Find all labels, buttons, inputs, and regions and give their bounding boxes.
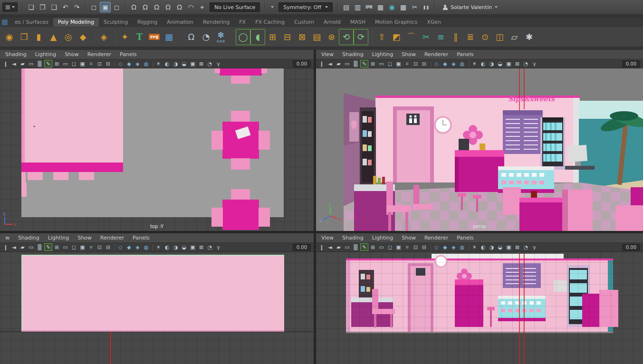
render-frame-icon[interactable]: ▥ (352, 2, 363, 12)
poly-type-icon[interactable]: T (132, 29, 147, 45)
camera-attributes-icon[interactable]: ▭ (343, 243, 351, 251)
gate-mask-icon[interactable]: ▣ (78, 60, 86, 67)
svg-tool-icon[interactable]: svg (147, 29, 162, 45)
grid-toggle-icon[interactable]: ⊞ (53, 243, 61, 251)
shadows-icon[interactable]: ◐ (479, 60, 487, 67)
shaded-mode-icon[interactable]: ◆ (125, 60, 133, 67)
camera-lock-icon[interactable]: ▰ (19, 60, 27, 67)
film-gate-icon[interactable]: ▭ (377, 60, 385, 67)
default-material-icon[interactable]: ◍ (142, 60, 150, 67)
lighting-icon[interactable]: ☀ (470, 243, 479, 251)
wireframe-mode-icon[interactable]: ◇ (432, 60, 441, 67)
viewport-menu-item[interactable]: Lighting (31, 51, 60, 57)
resolution-gate-icon[interactable]: ◻ (386, 243, 394, 251)
component-selection-icon[interactable]: ◻ (111, 2, 122, 12)
snap-together-icon[interactable]: ⌖ (197, 2, 208, 12)
safe-title-icon[interactable]: ⊟ (420, 60, 428, 67)
poly-platonic-solid-icon[interactable]: ◈ (96, 29, 111, 45)
occlusion-icon[interactable]: ◑ (488, 243, 496, 251)
grid-toggle-icon[interactable]: ⊞ (53, 60, 61, 67)
spin-edge-backward-icon[interactable]: ⟲ (339, 29, 354, 45)
grease-pencil-icon[interactable]: ✎ (44, 60, 52, 67)
motion-blur-icon[interactable]: ◒ (496, 243, 504, 251)
grease-pencil-icon[interactable]: ✎ (360, 243, 368, 251)
film-gate-icon[interactable]: ▭ (61, 60, 69, 67)
resolution-gate-icon[interactable]: ◻ (70, 60, 78, 67)
bookmarks-icon[interactable]: ▒ (352, 243, 360, 251)
viewport-menu-item[interactable]: Show (60, 51, 83, 57)
isolate-select-icon[interactable]: ▣ (189, 243, 197, 251)
connect-icon[interactable]: ≡ (433, 29, 448, 45)
quick-layout-menu[interactable] (2, 2, 18, 12)
wireframe-mode-icon[interactable]: ◇ (116, 243, 125, 251)
separate-icon[interactable]: ⊟ (280, 29, 295, 45)
viewport-menu-item[interactable]: Renderer (96, 235, 128, 241)
isolate-select-icon[interactable]: ▣ (505, 60, 513, 67)
gamma-icon[interactable]: γ (530, 243, 538, 251)
camera-select-icon[interactable]: ◄ (326, 60, 334, 67)
combine-icon[interactable]: ⊞ (265, 29, 280, 45)
tab-animation[interactable]: Animation (162, 18, 198, 27)
open-scene-icon[interactable]: ❐ (37, 2, 48, 12)
shaded-mode-icon[interactable]: ◆ (441, 60, 449, 67)
save-scene-icon[interactable]: ❑ (48, 2, 59, 12)
quad-draw-icon[interactable]: ▱ (507, 29, 522, 45)
tab-fx[interactable]: FX (234, 18, 250, 27)
viewport-menu-item[interactable]: Panels (115, 51, 141, 57)
viewport-menu-item[interactable]: Shading (338, 235, 368, 241)
bookmarks-icon[interactable]: ▒ (352, 60, 360, 67)
redo-icon[interactable]: ↷ (71, 2, 82, 12)
render-settings-icon[interactable]: ▦ (375, 2, 386, 12)
shadows-icon[interactable]: ◐ (163, 243, 171, 251)
tab-arnold[interactable]: Arnold (319, 18, 345, 27)
shaded-mode-icon[interactable]: ◆ (441, 243, 449, 251)
tab-motion-graphics[interactable]: Motion Graphics (370, 18, 422, 27)
selection-highlight-icon[interactable]: ❙ (1, 243, 10, 251)
exposure-icon[interactable]: ◔ (522, 60, 530, 67)
tab-rendering[interactable]: Rendering (198, 18, 234, 27)
shelf-menu-icon[interactable] (2, 19, 8, 25)
film-gate-icon[interactable]: ▭ (61, 243, 69, 251)
camera-select-icon[interactable]: ◄ (326, 243, 334, 251)
gate-mask-icon[interactable]: ▣ (394, 243, 403, 251)
motion-blur-icon[interactable]: ◒ (180, 60, 188, 67)
bookmarks-icon[interactable]: ▒ (36, 243, 44, 251)
viewport-menu-item[interactable]: Shading (1, 51, 31, 57)
film-gate-icon[interactable]: ▭ (377, 243, 385, 251)
account-menu[interactable]: Solarte Valentin (442, 4, 498, 10)
pause-icon[interactable]: ❚❚ (421, 2, 432, 12)
viewport-menu-item[interactable]: Shading (338, 51, 368, 57)
selection-highlight-icon[interactable]: ❙ (317, 60, 326, 67)
tab-fx-caching[interactable]: FX Caching (250, 18, 289, 27)
render-view-icon[interactable]: ▤ (341, 2, 352, 12)
viewport-menu-item[interactable]: Renderer (420, 51, 452, 57)
grid-toggle-icon[interactable]: ⊞ (369, 60, 377, 67)
grease-pencil-icon[interactable]: ✎ (44, 243, 52, 251)
camera-based-selection-icon[interactable]: ◖ (250, 29, 265, 45)
viewport-menu-item[interactable]: Lighting (368, 51, 397, 57)
viewport-menu-item[interactable]: Panels (452, 51, 478, 57)
tab-mash[interactable]: MASH (345, 18, 370, 27)
smooth-icon[interactable]: ⊛ (324, 29, 339, 45)
default-material-icon[interactable]: ◍ (142, 243, 150, 251)
chevron-down-icon[interactable] (271, 6, 274, 8)
textured-mode-icon[interactable]: ◈ (134, 60, 142, 67)
viewport-menu-item[interactable]: Show (73, 235, 96, 241)
viewport-menu-item[interactable]: Lighting (368, 235, 397, 241)
motion-blur-icon[interactable]: ◒ (180, 243, 188, 251)
viewport-side[interactable] (0, 252, 314, 364)
gamma-icon[interactable]: γ (214, 243, 222, 251)
snap-to-projected-center-icon[interactable]: Ω (163, 2, 173, 12)
x-ray-icon[interactable]: ⊠ (513, 243, 521, 251)
default-material-icon[interactable]: ◍ (458, 243, 466, 251)
sweep-mesh-icon[interactable]: ✦ (117, 29, 132, 45)
spin-edge-forward-icon[interactable]: ⟳ (354, 29, 368, 45)
viewport-top[interactable]: x z top -Y (0, 68, 314, 231)
safe-action-icon[interactable]: ⊡ (412, 60, 420, 67)
lighting-icon[interactable]: ☀ (154, 60, 163, 67)
fill-hole-icon[interactable]: ▤ (309, 29, 324, 45)
safe-title-icon[interactable]: ⊟ (104, 60, 112, 67)
viewport-menu-item[interactable]: Panels (128, 235, 154, 241)
camera-lock-icon[interactable]: ▰ (335, 243, 343, 251)
textured-mode-icon[interactable]: ◈ (450, 60, 458, 67)
